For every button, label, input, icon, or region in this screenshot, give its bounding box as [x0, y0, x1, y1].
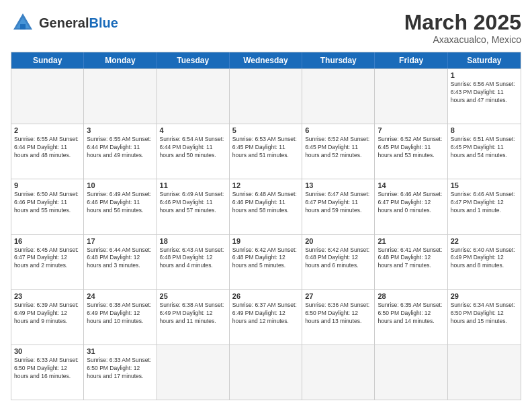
day-info: Sunrise: 6:55 AM Sunset: 6:44 PM Dayligh… [87, 136, 153, 160]
logo-icon [11, 11, 35, 35]
day-info: Sunrise: 6:48 AM Sunset: 6:46 PM Dayligh… [232, 191, 299, 215]
day-cell-w4-d0: 23Sunrise: 6:39 AM Sunset: 6:49 PM Dayli… [11, 290, 84, 345]
week-row-0: 1Sunrise: 6:56 AM Sunset: 6:43 PM Daylig… [11, 68, 521, 124]
day-cell-w1-d1: 3Sunrise: 6:55 AM Sunset: 6:44 PM Daylig… [84, 124, 157, 179]
day-number: 6 [305, 126, 371, 134]
day-cell-w0-d3 [230, 69, 302, 124]
day-info: Sunrise: 6:42 AM Sunset: 6:48 PM Dayligh… [305, 246, 371, 271]
day-info: Sunrise: 6:45 AM Sunset: 6:47 PM Dayligh… [14, 246, 81, 271]
day-info: Sunrise: 6:50 AM Sunset: 6:46 PM Dayligh… [14, 191, 81, 215]
day-cell-w5-d6 [448, 345, 521, 400]
day-number: 12 [232, 181, 299, 189]
day-cell-w1-d2: 4Sunrise: 6:54 AM Sunset: 6:44 PM Daylig… [157, 124, 230, 179]
header-sunday: Sunday [11, 52, 84, 68]
day-number: 13 [305, 181, 371, 189]
month-title: March 2025 [404, 11, 521, 34]
week-row-3: 16Sunrise: 6:45 AM Sunset: 6:47 PM Dayli… [11, 234, 521, 289]
day-info: Sunrise: 6:36 AM Sunset: 6:50 PM Dayligh… [305, 302, 371, 326]
day-number: 30 [14, 347, 81, 355]
day-number: 25 [160, 292, 226, 300]
day-info: Sunrise: 6:38 AM Sunset: 6:49 PM Dayligh… [87, 302, 153, 326]
header-saturday: Saturday [448, 52, 521, 68]
day-info: Sunrise: 6:33 AM Sunset: 6:50 PM Dayligh… [87, 357, 153, 381]
week-row-1: 2Sunrise: 6:55 AM Sunset: 6:44 PM Daylig… [11, 124, 521, 179]
calendar-body: 1Sunrise: 6:56 AM Sunset: 6:43 PM Daylig… [11, 68, 521, 400]
day-info: Sunrise: 6:41 AM Sunset: 6:48 PM Dayligh… [378, 246, 444, 271]
day-cell-w4-d5: 28Sunrise: 6:35 AM Sunset: 6:50 PM Dayli… [375, 290, 447, 345]
day-cell-w5-d5 [375, 345, 447, 400]
day-number: 18 [160, 237, 226, 245]
day-cell-w3-d3: 19Sunrise: 6:42 AM Sunset: 6:48 PM Dayli… [230, 235, 302, 289]
day-cell-w4-d3: 26Sunrise: 6:37 AM Sunset: 6:49 PM Dayli… [230, 290, 302, 345]
day-cell-w2-d6: 15Sunrise: 6:46 AM Sunset: 6:47 PM Dayli… [448, 179, 521, 234]
day-number: 11 [160, 181, 226, 189]
week-row-5: 30Sunrise: 6:33 AM Sunset: 6:50 PM Dayli… [11, 345, 521, 400]
location-subtitle: Axaxacualco, Mexico [404, 34, 521, 45]
day-cell-w3-d6: 22Sunrise: 6:40 AM Sunset: 6:49 PM Dayli… [448, 235, 521, 289]
day-info: Sunrise: 6:49 AM Sunset: 6:46 PM Dayligh… [160, 191, 226, 215]
day-cell-w5-d0: 30Sunrise: 6:33 AM Sunset: 6:50 PM Dayli… [11, 345, 84, 400]
day-number: 14 [378, 181, 444, 189]
day-number: 21 [378, 237, 444, 245]
title-block: March 2025 Axaxacualco, Mexico [404, 11, 521, 45]
day-number: 16 [14, 237, 81, 245]
header-monday: Monday [84, 52, 157, 68]
day-info: Sunrise: 6:37 AM Sunset: 6:49 PM Dayligh… [232, 302, 299, 326]
day-cell-w0-d2 [157, 69, 230, 124]
day-cell-w5-d3 [230, 345, 302, 400]
day-info: Sunrise: 6:43 AM Sunset: 6:48 PM Dayligh… [160, 246, 226, 271]
header-friday: Friday [375, 52, 447, 68]
calendar-page: GeneralBlue March 2025 Axaxacualco, Mexi… [0, 0, 532, 411]
logo: GeneralBlue [11, 11, 118, 35]
day-number: 19 [232, 237, 299, 245]
day-number: 23 [14, 292, 81, 300]
logo-text: GeneralBlue [39, 16, 118, 30]
day-cell-w5-d4 [302, 345, 375, 400]
day-info: Sunrise: 6:56 AM Sunset: 6:43 PM Dayligh… [451, 81, 518, 105]
day-number: 1 [451, 71, 518, 79]
calendar-header: Sunday Monday Tuesday Wednesday Thursday… [11, 52, 521, 68]
header: GeneralBlue March 2025 Axaxacualco, Mexi… [11, 11, 521, 45]
day-info: Sunrise: 6:49 AM Sunset: 6:46 PM Dayligh… [87, 191, 153, 215]
day-number: 3 [87, 126, 153, 134]
day-cell-w0-d1 [84, 69, 157, 124]
calendar: Sunday Monday Tuesday Wednesday Thursday… [11, 52, 521, 400]
day-cell-w0-d5 [375, 69, 447, 124]
day-cell-w2-d2: 11Sunrise: 6:49 AM Sunset: 6:46 PM Dayli… [157, 179, 230, 234]
day-info: Sunrise: 6:53 AM Sunset: 6:45 PM Dayligh… [232, 136, 299, 160]
day-cell-w3-d1: 17Sunrise: 6:44 AM Sunset: 6:48 PM Dayli… [84, 235, 157, 289]
day-number: 15 [451, 181, 518, 189]
svg-rect-3 [20, 24, 26, 30]
day-number: 2 [14, 126, 81, 134]
day-cell-w3-d2: 18Sunrise: 6:43 AM Sunset: 6:48 PM Dayli… [157, 235, 230, 289]
day-info: Sunrise: 6:52 AM Sunset: 6:45 PM Dayligh… [378, 136, 444, 160]
day-info: Sunrise: 6:35 AM Sunset: 6:50 PM Dayligh… [378, 302, 444, 326]
day-cell-w2-d1: 10Sunrise: 6:49 AM Sunset: 6:46 PM Dayli… [84, 179, 157, 234]
day-info: Sunrise: 6:46 AM Sunset: 6:47 PM Dayligh… [378, 191, 444, 215]
day-number: 10 [87, 181, 153, 189]
day-number: 31 [87, 347, 153, 355]
header-thursday: Thursday [302, 52, 375, 68]
day-info: Sunrise: 6:44 AM Sunset: 6:48 PM Dayligh… [87, 246, 153, 271]
day-info: Sunrise: 6:40 AM Sunset: 6:49 PM Dayligh… [451, 246, 518, 271]
day-cell-w3-d0: 16Sunrise: 6:45 AM Sunset: 6:47 PM Dayli… [11, 235, 84, 289]
day-number: 29 [451, 292, 518, 300]
day-info: Sunrise: 6:33 AM Sunset: 6:50 PM Dayligh… [14, 357, 81, 381]
day-cell-w0-d0 [11, 69, 84, 124]
day-number: 7 [378, 126, 444, 134]
day-number: 20 [305, 237, 371, 245]
day-cell-w1-d3: 5Sunrise: 6:53 AM Sunset: 6:45 PM Daylig… [230, 124, 302, 179]
day-info: Sunrise: 6:39 AM Sunset: 6:49 PM Dayligh… [14, 302, 81, 326]
day-cell-w0-d6: 1Sunrise: 6:56 AM Sunset: 6:43 PM Daylig… [448, 69, 521, 124]
day-number: 8 [451, 126, 518, 134]
day-info: Sunrise: 6:42 AM Sunset: 6:48 PM Dayligh… [232, 246, 299, 271]
day-info: Sunrise: 6:38 AM Sunset: 6:49 PM Dayligh… [160, 302, 226, 326]
day-cell-w1-d0: 2Sunrise: 6:55 AM Sunset: 6:44 PM Daylig… [11, 124, 84, 179]
day-cell-w0-d4 [302, 69, 375, 124]
header-wednesday: Wednesday [230, 52, 302, 68]
day-cell-w3-d4: 20Sunrise: 6:42 AM Sunset: 6:48 PM Dayli… [302, 235, 375, 289]
day-cell-w1-d5: 7Sunrise: 6:52 AM Sunset: 6:45 PM Daylig… [375, 124, 447, 179]
day-info: Sunrise: 6:55 AM Sunset: 6:44 PM Dayligh… [14, 136, 81, 160]
day-cell-w4-d4: 27Sunrise: 6:36 AM Sunset: 6:50 PM Dayli… [302, 290, 375, 345]
day-number: 28 [378, 292, 444, 300]
